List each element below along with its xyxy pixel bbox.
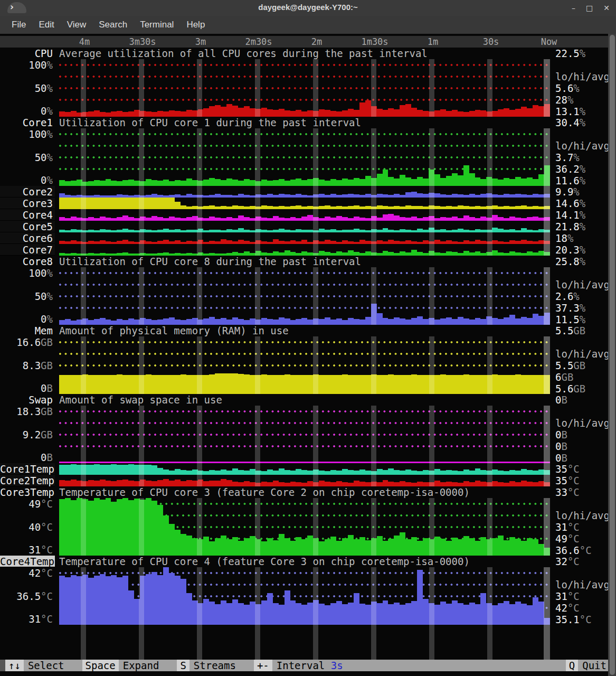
hint-label-streams: Streams — [189, 660, 240, 671]
stream-section-core8: Core8 Utilization of CPU core 8 during t… — [0, 256, 616, 325]
hint-key-arrows: ↑↓ — [5, 660, 24, 671]
scrollbar-thumb[interactable] — [610, 35, 615, 675]
current-value: 30.4% — [550, 117, 616, 128]
hint-label-quit: Quit — [578, 660, 611, 671]
stream-section-swap: Swap Amount of swap space in use 0B 18.3… — [0, 394, 616, 463]
close-button[interactable]: ✕ — [603, 4, 610, 12]
core7-sparkline — [59, 244, 550, 256]
stream-description: Utilization of CPU core 1 during the pas… — [59, 117, 550, 128]
time-axis-label: 3m — [195, 36, 206, 48]
stream-label-core2[interactable]: Core2 — [0, 186, 55, 198]
stream-row-core4: Core4 14.1% — [0, 209, 616, 221]
stream-label-core7[interactable]: Core7 — [0, 244, 55, 256]
stream-label-swap[interactable]: Swap — [0, 394, 55, 406]
hint-label-select: Select — [24, 660, 69, 671]
current-value: 14.6% — [550, 198, 616, 209]
y-axis: 49°C 40°C 31°C — [0, 498, 55, 556]
stream-stats: lo/hi/avg 5.6% 28% 13.1% — [550, 59, 616, 117]
y-axis: 42°C 36.5°C 31°C — [0, 567, 55, 625]
stream-label-core3temp[interactable]: Core3Temp — [0, 486, 55, 498]
stream-section-mem: Mem Amount of physical memory (RAM) in u… — [0, 325, 616, 394]
stream-label-cpu[interactable]: CPU — [0, 48, 55, 59]
core4-sparkline — [59, 209, 550, 221]
current-value: 33°C — [550, 486, 616, 498]
maximize-button[interactable]: □ — [586, 4, 593, 12]
menu-item-view[interactable]: View — [61, 17, 93, 32]
menu-item-edit[interactable]: Edit — [32, 17, 60, 32]
core3temp-chart — [59, 498, 550, 556]
stream-row-core5: Core5 21.8% — [0, 221, 616, 232]
stream-label-core4[interactable]: Core4 — [0, 209, 55, 221]
stream-row-core3: Core3 14.6% — [0, 198, 616, 209]
current-value: 20.3% — [550, 244, 616, 256]
stream-description: Amount of physical memory (RAM) in use — [59, 325, 550, 336]
hint-key-space: Space — [82, 660, 119, 671]
interval-value: 3s — [331, 660, 343, 671]
stream-description: Temperature of CPU core 3 (feature Core … — [59, 486, 550, 498]
time-axis-label: 2m — [311, 36, 322, 48]
stream-row-core1temp: Core1Temp 35°C — [0, 463, 616, 475]
time-axis-label: 1m30s — [361, 36, 388, 48]
stream-description: Average utilization of all CPU cores dur… — [59, 48, 550, 59]
window-titlebar: › daygeek@daygeek-Y700:~ – □ ✕ — [0, 0, 616, 16]
stream-section-core1: Core1 Utilization of CPU core 1 during t… — [0, 117, 616, 186]
minimize-button[interactable]: – — [572, 4, 575, 12]
stream-label-core5[interactable]: Core5 — [0, 221, 55, 232]
current-value: 14.1% — [550, 209, 616, 221]
stream-stats: lo/hi/avg 31°C 49°C 36.6°C — [550, 498, 616, 556]
time-axis-label: 3m30s — [129, 36, 156, 48]
menu-item-help[interactable]: Help — [180, 17, 211, 32]
menu-item-file[interactable]: File — [5, 17, 32, 32]
stream-label-core8[interactable]: Core8 — [0, 256, 55, 267]
stream-label-core1[interactable]: Core1 — [0, 117, 55, 128]
time-axis-label: 2m30s — [245, 36, 272, 48]
stream-label-core2temp[interactable]: Core2Temp — [0, 475, 55, 486]
stream-section-cpu: CPU Average utilization of all CPU cores… — [0, 48, 616, 117]
core1-utilization-chart — [59, 128, 550, 186]
stream-row-core2temp: Core2Temp 35°C — [0, 475, 616, 486]
y-axis: 16.6GB 8.3GB 0B — [0, 336, 55, 394]
menubar: File Edit View Search Terminal Help — [0, 16, 616, 34]
stream-section-core3temp: Core3Temp Temperature of CPU core 3 (fea… — [0, 486, 616, 556]
current-value: 9.9% — [550, 186, 616, 198]
stream-stats: lo/hi/avg 3.7% 36.2% 11.6% — [550, 128, 616, 186]
menu-item-terminal[interactable]: Terminal — [134, 17, 180, 32]
stream-label-core3[interactable]: Core3 — [0, 198, 55, 209]
current-value: 35°C — [550, 475, 616, 486]
current-value: 21.8% — [550, 221, 616, 232]
stream-label-core6[interactable]: Core6 — [0, 232, 55, 244]
core3-sparkline — [59, 198, 550, 209]
time-axis: 4m3m30s3m2m30s2m1m30s1m30sNow — [0, 36, 616, 48]
y-axis: 100% 50% 0% — [0, 128, 55, 186]
core1temp-sparkline — [59, 463, 550, 475]
stream-row-core7: Core7 20.3% — [0, 244, 616, 256]
stream-label-core1temp[interactable]: Core1Temp — [0, 463, 55, 475]
y-axis: 100% 50% 0% — [0, 267, 55, 325]
hint-label-expand: Expand — [119, 660, 164, 671]
y-axis: 100% 50% 0% — [0, 59, 55, 117]
window-title: daygeek@daygeek-Y700:~ — [0, 3, 616, 12]
stream-label-mem[interactable]: Mem — [0, 325, 55, 336]
scrollbar[interactable] — [608, 34, 616, 676]
menu-item-search[interactable]: Search — [92, 17, 134, 32]
keyboard-hint-bar: ↑↓ Select Space Expand S Streams +- Inte… — [0, 660, 616, 671]
time-axis-label: 1m — [428, 36, 438, 48]
stream-section-core4temp: Core4Temp Temperature of CPU core 4 (fea… — [0, 556, 616, 625]
core4temp-chart — [59, 567, 550, 625]
current-value: 18% — [550, 232, 616, 244]
cpu-utilization-chart — [59, 59, 550, 117]
stream-row-core2: Core2 9.9% — [0, 186, 616, 198]
current-value: 22.5% — [550, 48, 616, 59]
memory-usage-chart — [59, 336, 550, 394]
core2temp-sparkline — [59, 475, 550, 486]
core5-sparkline — [59, 221, 550, 232]
hint-key-q: Q — [566, 660, 578, 671]
stream-stats: lo/hi/avg 5.5GB 6GB 5.6GB — [550, 336, 616, 394]
current-value: 5.5GB — [550, 325, 616, 336]
stream-row-core6: Core6 18% — [0, 232, 616, 244]
current-value: 32°C — [550, 556, 616, 567]
core8-utilization-chart — [59, 267, 550, 325]
current-value: 25.8% — [550, 256, 616, 267]
current-value: 0B — [550, 394, 616, 406]
stream-label-core4temp-selected[interactable]: Core4Temp — [0, 556, 55, 567]
